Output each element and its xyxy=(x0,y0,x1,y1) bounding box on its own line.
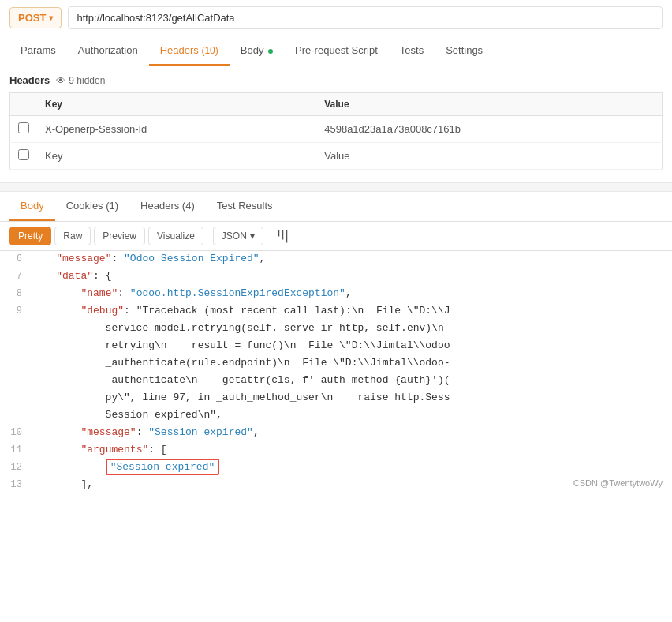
line-content: "message": "Session expired", xyxy=(32,425,672,441)
table-row: Key Value xyxy=(10,143,663,170)
tab-settings[interactable]: Settings xyxy=(435,36,494,66)
format-btn-raw[interactable]: Raw xyxy=(54,227,91,245)
url-bar: POST ▾ xyxy=(0,0,672,36)
tab-body[interactable]: Body xyxy=(230,36,284,66)
response-tab-cookies[interactable]: Cookies (1) xyxy=(55,192,129,221)
header-key: X-Openerp-Session-Id xyxy=(37,116,316,143)
json-section: 6 "message": "Odoo Session Expired",7 "d… xyxy=(0,251,672,494)
header-key: Key xyxy=(37,143,316,170)
line-content: service_model.retrying(self._serve_ir_ht… xyxy=(32,320,672,337)
format-btn-visualize[interactable]: Visualize xyxy=(148,227,203,245)
json-line: Session expired\n", xyxy=(0,407,672,425)
json-line: 11 "arguments": [ xyxy=(0,442,672,459)
method-select[interactable]: POST ▾ xyxy=(9,7,62,28)
line-number xyxy=(0,390,32,391)
hidden-badge: 👁 9 hidden xyxy=(56,75,105,86)
line-number: 10 xyxy=(0,425,32,440)
method-chevron: ▾ xyxy=(49,13,53,22)
line-content: Session expired\n", xyxy=(32,407,672,424)
line-content: "name": "odoo.http.SessionExpiredExcepti… xyxy=(32,286,672,302)
row-checkbox[interactable] xyxy=(18,122,29,133)
json-line: _authenticate(rule.endpoint)\n File \"D:… xyxy=(0,355,672,373)
response-tab-body[interactable]: Body xyxy=(9,192,55,221)
tab-prerequest[interactable]: Pre-request Script xyxy=(284,36,389,66)
watermark: CSDN @TwentytwoWy xyxy=(573,478,663,488)
line-content: "debug": "Traceback (most recent call la… xyxy=(32,303,672,320)
json-line: _authenticate\n getattr(cls, f'_auth_met… xyxy=(0,373,672,390)
method-label: POST xyxy=(18,12,46,24)
response-tabs: BodyCookies (1)Headers (4)Test Results xyxy=(0,192,672,222)
line-content: py\", line 97, in _auth_method_user\n ra… xyxy=(32,390,672,407)
line-number: 11 xyxy=(0,442,32,458)
line-number: 12 xyxy=(0,459,32,475)
line-number xyxy=(0,320,32,321)
url-input[interactable] xyxy=(68,6,663,29)
line-number xyxy=(0,355,32,356)
response-tab-headers[interactable]: Headers (4) xyxy=(129,192,206,221)
line-content: "message": "Odoo Session Expired", xyxy=(32,251,672,268)
format-select-chevron: ▾ xyxy=(250,230,255,242)
json-line: 6 "message": "Odoo Session Expired", xyxy=(0,251,672,268)
format-btn-pretty[interactable]: Pretty xyxy=(9,227,51,245)
line-number: 6 xyxy=(0,251,32,267)
table-row: X-Openerp-Session-Id 4598a1d23a1a73a008c… xyxy=(10,116,663,143)
headers-table: Key Value X-Openerp-Session-Id 4598a1d23… xyxy=(9,92,663,170)
json-line: retrying\n result = func()\n File \"D:\\… xyxy=(0,338,672,355)
eye-icon: 👁 xyxy=(56,75,65,86)
json-line: service_model.retrying(self._serve_ir_ht… xyxy=(0,320,672,338)
line-content: "arguments": [ xyxy=(32,442,672,459)
section-divider xyxy=(0,182,672,192)
line-content: _authenticate(rule.endpoint)\n File \"D:… xyxy=(32,355,672,372)
format-select[interactable]: JSON▾ xyxy=(213,227,263,245)
format-btn-preview[interactable]: Preview xyxy=(94,227,145,245)
line-number: 7 xyxy=(0,268,32,284)
headers-title: Headers xyxy=(9,74,50,86)
json-line: 12 "Session expired" xyxy=(0,459,672,477)
json-line: 7 "data": { xyxy=(0,268,672,286)
row-checkbox[interactable] xyxy=(18,149,29,160)
line-number xyxy=(0,338,32,339)
tab-tests[interactable]: Tests xyxy=(389,36,435,66)
header-value: 4598a1d23a1a73a008c7161b xyxy=(316,116,662,143)
line-content: _authenticate\n getattr(cls, f'_auth_met… xyxy=(32,373,672,389)
tab-params[interactable]: Params xyxy=(9,36,67,66)
json-line: 13 ], xyxy=(0,477,672,494)
json-line: 9 "debug": "Traceback (most recent call … xyxy=(0,303,672,320)
line-content: retrying\n result = func()\n File \"D:\\… xyxy=(32,338,672,354)
line-number: 8 xyxy=(0,286,32,302)
line-number: 9 xyxy=(0,303,32,319)
headers-section: Headers 👁 9 hidden Key Value X-Openerp-S… xyxy=(0,66,672,170)
header-value: Value xyxy=(316,143,662,170)
line-content: "Session expired" xyxy=(32,459,672,476)
json-line: 8 "name": "odoo.http.SessionExpiredExcep… xyxy=(0,286,672,303)
format-select-label: JSON xyxy=(222,230,247,242)
format-bar: PrettyRawPreviewVisualizeJSON▾ xyxy=(0,222,672,251)
filter-icon[interactable] xyxy=(272,228,289,244)
request-tabs: ParamsAuthorizationHeaders (10)Body Pre-… xyxy=(0,36,672,66)
tab-authorization[interactable]: Authorization xyxy=(67,36,149,66)
json-line: py\", line 97, in _auth_method_user\n ra… xyxy=(0,390,672,407)
col-key: Key xyxy=(37,93,316,116)
line-content: "data": { xyxy=(32,268,672,285)
line-number xyxy=(0,373,32,373)
line-number: 13 xyxy=(0,477,32,493)
line-number xyxy=(0,407,32,408)
json-line: 10 "message": "Session expired", xyxy=(0,425,672,442)
col-value: Value xyxy=(316,93,662,116)
response-tab-test_results[interactable]: Test Results xyxy=(206,192,284,221)
tab-headers[interactable]: Headers (10) xyxy=(149,36,230,66)
